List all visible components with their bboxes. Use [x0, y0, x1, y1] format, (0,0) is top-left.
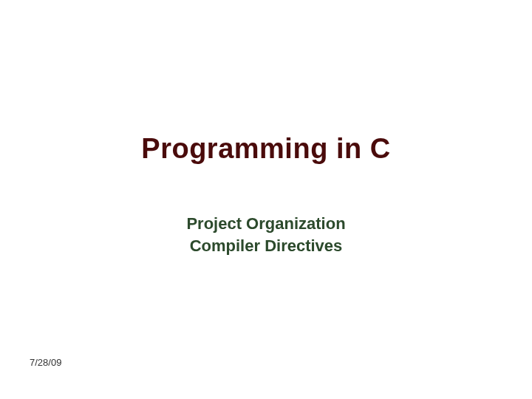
- subtitle-line-2: Compiler Directives: [0, 235, 532, 257]
- date-footer: 7/28/09: [30, 357, 61, 368]
- subtitle-line-1: Project Organization: [0, 213, 532, 235]
- slide-title: Programming in C: [0, 133, 532, 165]
- slide-container: Programming in C Project Organization Co…: [0, 0, 532, 399]
- subtitle-block: Project Organization Compiler Directives: [0, 213, 532, 256]
